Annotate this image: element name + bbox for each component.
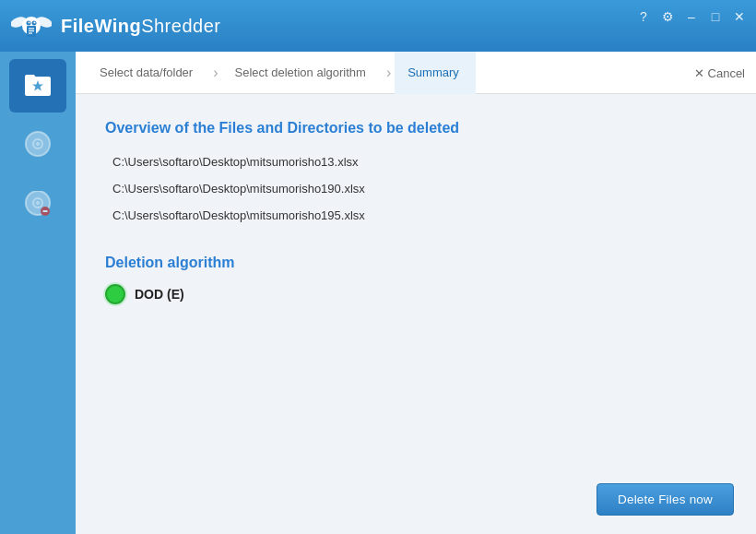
help-button[interactable]: ? (634, 7, 653, 26)
settings-button[interactable]: ⚙ (658, 7, 677, 26)
title-bold: FileWing (61, 16, 141, 36)
files-icon (23, 68, 53, 104)
sidebar-item-disk-remove[interactable] (9, 181, 66, 234)
svg-point-17 (36, 142, 40, 146)
file-item-2: C:\Users\softaro\Desktop\mitsumorisho190… (105, 176, 726, 203)
delete-files-button[interactable]: Delete Files now (597, 483, 734, 516)
sidebar-item-disk[interactable] (9, 120, 66, 173)
app-logo: FileWingShredder (11, 6, 220, 46)
wizard-bar: Select data/folder › Select deletion alg… (76, 52, 756, 94)
main-layout: Select data/folder › Select deletion alg… (0, 52, 756, 534)
algorithm-name: DOD (E) (135, 287, 184, 302)
overview-title: Overview of the Files and Directories to… (105, 120, 726, 136)
logo-icon (11, 6, 52, 46)
close-button[interactable]: ✕ (730, 7, 749, 26)
content-footer: Delete Files now (76, 472, 756, 534)
wizard-step-select-data[interactable]: Select data/folder (87, 52, 209, 94)
overview-section: Overview of the Files and Directories to… (105, 120, 726, 229)
sidebar (0, 52, 76, 534)
content-area: Select data/folder › Select deletion alg… (76, 52, 756, 534)
title-bar: FileWingShredder ? ⚙ – □ ✕ (0, 0, 756, 52)
minimize-button[interactable]: – (682, 7, 701, 26)
cancel-button[interactable]: ✕ Cancel (694, 65, 745, 79)
algorithm-section: Deletion algorithm DOD (E) (105, 255, 726, 304)
svg-point-21 (36, 201, 40, 205)
sidebar-item-files[interactable] (9, 59, 66, 113)
algorithm-title: Deletion algorithm (105, 255, 726, 271)
svg-point-6 (34, 22, 36, 24)
wizard-steps: Select data/folder › Select deletion alg… (87, 52, 476, 94)
app-title: FileWingShredder (61, 16, 220, 37)
disk-remove-icon (24, 191, 52, 225)
content-body: Overview of the Files and Directories to… (76, 94, 756, 472)
maximize-button[interactable]: □ (706, 7, 725, 26)
svg-point-5 (29, 22, 30, 24)
algorithm-status-dot (105, 284, 125, 304)
wizard-arrow-2: › (386, 65, 391, 81)
file-item-1: C:\Users\softaro\Desktop\mitsumorisho13.… (105, 149, 726, 176)
file-list: C:\Users\softaro\Desktop\mitsumorisho13.… (105, 149, 726, 229)
algorithm-item: DOD (E) (105, 284, 726, 304)
file-item-3: C:\Users\softaro\Desktop\mitsumorisho195… (105, 203, 726, 230)
wizard-step-select-algorithm[interactable]: Select deletion algorithm (222, 52, 383, 94)
wizard-arrow-1: › (213, 65, 218, 81)
window-controls[interactable]: ? ⚙ – □ ✕ (634, 7, 749, 26)
disk-icon (24, 130, 52, 164)
title-light: Shredder (141, 16, 220, 36)
wizard-step-summary[interactable]: Summary (395, 52, 476, 94)
